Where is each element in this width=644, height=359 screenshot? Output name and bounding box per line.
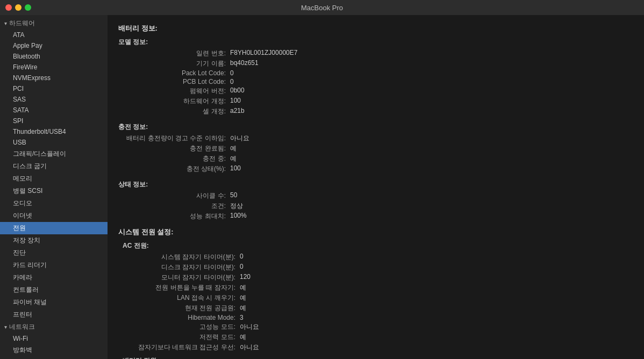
- info-row: 펌웨어 버전:0b00: [123, 87, 633, 96]
- sidebar-item-병렬 SCSI[interactable]: 병렬 SCSI: [0, 185, 108, 197]
- info-label: 모니터 잠자기 타이머(분):: [127, 273, 240, 282]
- info-label: 조건:: [123, 202, 230, 211]
- sidebar-item-USB[interactable]: USB: [0, 137, 108, 148]
- info-row: 기기 이름:bq40z651: [123, 59, 633, 68]
- section-label: 하드웨어: [9, 19, 35, 28]
- info-label: 충전 완료됨:: [123, 144, 230, 153]
- sidebar-item-전원[interactable]: 전원: [0, 222, 108, 234]
- sidebar-item-Apple Pay[interactable]: Apple Pay: [0, 40, 108, 51]
- info-value: 예: [240, 333, 246, 342]
- sidebar-item-프린터[interactable]: 프린터: [0, 308, 108, 321]
- info-value: 0: [240, 263, 244, 272]
- window-title: MacBook Pro: [301, 4, 343, 12]
- battery-info-title: 배터리 정보:: [118, 24, 633, 33]
- info-label: 하드웨어 개정:: [123, 97, 230, 106]
- info-row: 성능 최대치:100%: [123, 212, 633, 221]
- sidebar-item-Wi-Fi[interactable]: Wi-Fi: [0, 333, 108, 344]
- info-label: 잠자기보다 네트워크 접근성 우선:: [127, 343, 240, 352]
- info-value: 예: [230, 154, 237, 163]
- sidebar-item-ATA[interactable]: ATA: [0, 30, 108, 40]
- info-label: 충전 중:: [123, 154, 230, 163]
- sidebar-item-PCI[interactable]: PCI: [0, 83, 108, 94]
- sidebar-item-볼륨[interactable]: 볼륨: [0, 356, 108, 359]
- info-value: 아니요: [240, 343, 259, 352]
- info-value: 예: [240, 293, 246, 303]
- info-label: 성능 최대치:: [123, 212, 230, 221]
- info-label: 일련 번호:: [123, 49, 230, 58]
- info-row: 배터리 충전량이 경고 수준 이하임:아니요: [123, 134, 633, 143]
- info-value: 0: [230, 78, 234, 85]
- info-row: 고성능 모드:아니요: [127, 322, 633, 332]
- sidebar-item-FireWire[interactable]: FireWire: [0, 62, 108, 73]
- info-value: 아니요: [230, 134, 249, 143]
- info-row: 디스크 잠자기 타이머(분):0: [127, 263, 633, 272]
- sidebar-item-SPI[interactable]: SPI: [0, 116, 108, 126]
- sidebar-item-오디오[interactable]: 오디오: [0, 197, 108, 210]
- sidebar-item-이더넷[interactable]: 이더넷: [0, 210, 108, 222]
- info-label: 전원 버튼을 누를 때 잠자기:: [127, 283, 240, 292]
- sidebar-item-NVMExpress[interactable]: NVMExpress: [0, 73, 108, 83]
- info-value: a21b: [230, 107, 245, 116]
- info-row: LAN 접속 시 깨우기:예: [127, 293, 633, 303]
- sidebar-item-SATA[interactable]: SATA: [0, 105, 108, 116]
- info-label: 현재 전원 공급원:: [127, 304, 240, 313]
- info-row: 사이클 수:50: [123, 191, 633, 200]
- sidebar-item-그래픽/디스플레이[interactable]: 그래픽/디스플레이: [0, 148, 108, 160]
- info-row: 모니터 잠자기 타이머(분):120: [127, 273, 633, 282]
- info-label: 충전 상태(%):: [123, 164, 230, 174]
- info-value: 예: [230, 144, 237, 153]
- content-area: 배터리 정보:모델 정보:일련 번호:F8YH0L001ZJ00000E7기기 …: [108, 15, 644, 359]
- sidebar-item-컨트롤러[interactable]: 컨트롤러: [0, 284, 108, 296]
- info-label: 배터리 충전량이 경고 수준 이하임:: [123, 134, 230, 143]
- info-row: 충전 상태(%):100: [123, 164, 633, 174]
- info-row: 잠자기보다 네트워크 접근성 우선:아니요: [127, 343, 633, 352]
- section-arrow: ▾: [4, 20, 7, 26]
- info-value: 예: [240, 283, 246, 292]
- sidebar-item-방화벽[interactable]: 방화벽: [0, 344, 108, 356]
- info-value: 100: [230, 164, 241, 174]
- sidebar-item-디스크 굽기[interactable]: 디스크 굽기: [0, 160, 108, 173]
- info-label: 저전력 모드:: [127, 333, 240, 342]
- info-row: 시스템 잠자기 타이머(분):0: [127, 253, 633, 262]
- sidebar-item-저장 장치[interactable]: 저장 장치: [0, 234, 108, 247]
- info-value: 아니요: [240, 322, 259, 332]
- section-label: 네트워크: [9, 322, 35, 332]
- system-power-title: 시스템 전원 설정:: [118, 227, 633, 237]
- sidebar-item-SAS[interactable]: SAS: [0, 94, 108, 105]
- info-value: 120: [240, 273, 251, 282]
- battery-power-label: 배터리 전원:: [123, 356, 633, 359]
- section-arrow: ▾: [4, 324, 7, 330]
- info-value: 0: [230, 69, 234, 77]
- sidebar-item-Bluetooth[interactable]: Bluetooth: [0, 51, 108, 62]
- sidebar: ▾하드웨어ATAApple PayBluetoothFireWireNVMExp…: [0, 15, 108, 359]
- title-bar: MacBook Pro: [0, 0, 644, 15]
- info-row: 충전 중:예: [123, 154, 633, 163]
- sidebar-section-1[interactable]: ▾네트워크: [0, 321, 108, 333]
- info-label: PCB Lot Code:: [123, 78, 230, 85]
- sidebar-item-진단[interactable]: 진단: [0, 247, 108, 259]
- info-value: 예: [240, 304, 246, 313]
- minimize-button[interactable]: [15, 4, 22, 11]
- ac-power-label: AC 전원:: [123, 241, 633, 250]
- sidebar-section-0[interactable]: ▾하드웨어: [0, 17, 108, 30]
- info-row: 셀 개정:a21b: [123, 107, 633, 116]
- info-value: 0: [240, 253, 244, 262]
- info-label: 펌웨어 버전:: [123, 87, 230, 96]
- sidebar-item-메모리[interactable]: 메모리: [0, 173, 108, 185]
- sidebar-item-파이버 채널[interactable]: 파이버 채널: [0, 296, 108, 308]
- info-row: 충전 완료됨:예: [123, 144, 633, 153]
- sidebar-item-Thunderbolt/USB4[interactable]: Thunderbolt/USB4: [0, 126, 108, 137]
- close-button[interactable]: [5, 4, 12, 11]
- sidebar-item-카드 리더기[interactable]: 카드 리더기: [0, 259, 108, 271]
- info-row: 전원 버튼을 누를 때 잠자기:예: [127, 283, 633, 292]
- sidebar-item-카메라[interactable]: 카메라: [0, 271, 108, 284]
- info-value: 0b00: [230, 87, 245, 96]
- traffic-lights: [5, 4, 31, 11]
- info-label: Pack Lot Code:: [123, 69, 230, 77]
- sub-section-title: 상태 정보:: [118, 180, 633, 189]
- info-value: 정상: [230, 202, 243, 211]
- info-value: 50: [230, 191, 237, 200]
- main-container: ▾하드웨어ATAApple PayBluetoothFireWireNVMExp…: [0, 15, 644, 359]
- info-label: 기기 이름:: [123, 59, 230, 68]
- maximize-button[interactable]: [25, 4, 31, 11]
